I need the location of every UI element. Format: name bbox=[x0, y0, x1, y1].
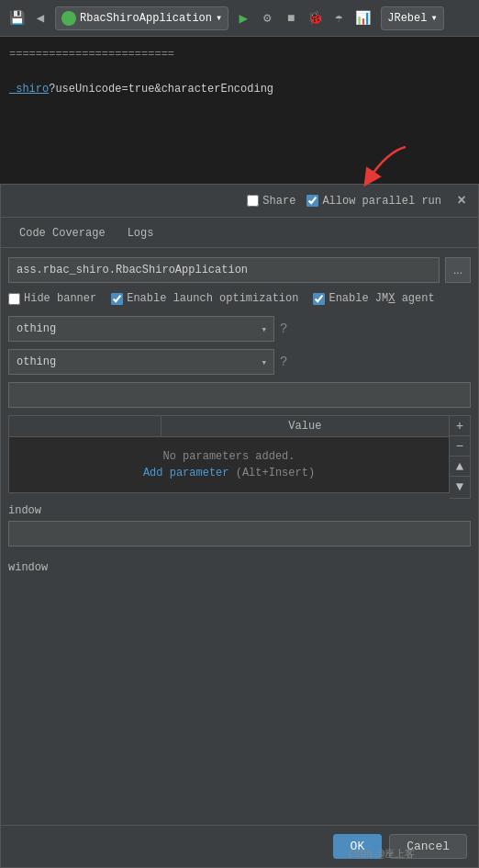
move-up-btn[interactable]: ▲ bbox=[450, 457, 470, 477]
vm-options-input[interactable] bbox=[8, 382, 471, 408]
jrebel-label: JRebel bbox=[387, 12, 427, 25]
toolbar: 💾 ◀ RbacShiroApplication ▾ ▶ ⚙ ■ 🐞 ☂ 📊 J… bbox=[0, 0, 479, 37]
debug-icon[interactable]: 🐞 bbox=[306, 9, 324, 28]
save-icon[interactable]: 💾 bbox=[7, 9, 26, 28]
jrebel-dropdown[interactable]: JRebel ▾ bbox=[381, 6, 443, 30]
enable-launch-checkbox[interactable] bbox=[111, 293, 123, 305]
app-icon bbox=[61, 11, 76, 26]
dropdown1-help-icon[interactable]: ? bbox=[280, 321, 287, 336]
dropdown-arrow-icon: ▾ bbox=[216, 11, 222, 25]
hide-banner-checkbox[interactable] bbox=[8, 293, 20, 305]
no-params-text: No parameters added. bbox=[162, 450, 295, 463]
enable-launch-label: Enable launch optimization bbox=[127, 292, 298, 305]
enable-launch-option: Enable launch optimization bbox=[111, 292, 298, 305]
add-param-link[interactable]: Add parameter (Alt+Insert) bbox=[143, 467, 315, 479]
options-row: Hide banner Enable launch optimization E… bbox=[8, 292, 471, 305]
hide-banner-label: Hide banner bbox=[24, 292, 96, 305]
main-class-row: ... bbox=[8, 257, 471, 283]
stop-btn[interactable]: ■ bbox=[282, 9, 300, 28]
move-down-btn[interactable]: ▼ bbox=[450, 477, 470, 497]
editor-line-2: _shiro?useUnicode=true&characterEncoding bbox=[0, 81, 479, 97]
profile-icon[interactable]: 📊 bbox=[353, 9, 372, 28]
app-dropdown[interactable]: RbacShiroApplication ▾ bbox=[55, 6, 228, 30]
bottom-section-1: indow bbox=[8, 504, 471, 554]
remove-param-btn[interactable]: − bbox=[450, 436, 470, 457]
tab-code-coverage[interactable]: Code Coverage bbox=[8, 221, 117, 247]
share-option: Share bbox=[247, 195, 295, 208]
params-table-outer: Value No parameters added. Add parameter… bbox=[8, 415, 471, 499]
dialog-tabs: Code Coverage Logs bbox=[1, 218, 478, 248]
share-label: Share bbox=[262, 195, 295, 208]
dropdown2-row: othing ? bbox=[8, 349, 471, 375]
enable-jmx-label: Enable JMX agent bbox=[329, 292, 434, 305]
dialog-content: ... Hide banner Enable launch optimizati… bbox=[1, 248, 478, 591]
enable-jmx-option: Enable JMX agent bbox=[313, 292, 434, 305]
coverage-icon[interactable]: ☂ bbox=[329, 9, 348, 28]
dialog-footer: OK Cancel bbox=[1, 825, 478, 867]
hide-banner-option: Hide banner bbox=[8, 292, 96, 305]
jrebel-dropdown-arrow: ▾ bbox=[430, 11, 437, 25]
run-btn[interactable]: ▶ bbox=[234, 9, 252, 28]
table-body: No parameters added. Add parameter (Alt+… bbox=[9, 437, 449, 492]
enable-jmx-checkbox[interactable] bbox=[313, 293, 325, 305]
bottom-label-2: window bbox=[8, 561, 471, 574]
tab-logs[interactable]: Logs bbox=[117, 221, 165, 247]
share-checkbox[interactable] bbox=[247, 195, 259, 207]
dropdown2-help-icon[interactable]: ? bbox=[280, 355, 287, 369]
bottom-label-1: indow bbox=[8, 504, 471, 517]
dropdown1-wrapper: othing bbox=[8, 316, 274, 342]
table-header: Value bbox=[9, 416, 449, 437]
col-value-header: Value bbox=[162, 416, 449, 436]
table-side-buttons: + − ▲ ▼ bbox=[450, 415, 471, 499]
bottom-section-2: window bbox=[8, 561, 471, 574]
editor-line-1: ========================= bbox=[0, 46, 479, 62]
dropdown1-select[interactable]: othing bbox=[8, 316, 274, 342]
dropdown2-select[interactable]: othing bbox=[8, 349, 274, 375]
params-table: Value No parameters added. Add parameter… bbox=[8, 415, 450, 493]
browse-button[interactable]: ... bbox=[445, 257, 471, 283]
main-class-input[interactable] bbox=[8, 257, 440, 283]
dropdown2-wrapper: othing bbox=[8, 349, 274, 375]
build-btn[interactable]: ⚙ bbox=[258, 9, 276, 28]
add-param-btn[interactable]: + bbox=[450, 416, 470, 436]
app-name-label: RbacShiroApplication bbox=[80, 12, 212, 25]
bottom-input-1[interactable] bbox=[8, 521, 471, 547]
watermark: CSDN @座上客 bbox=[348, 847, 415, 861]
dropdown1-row: othing ? bbox=[8, 316, 471, 342]
arrow-annotation bbox=[351, 142, 424, 197]
parallel-checkbox[interactable] bbox=[306, 195, 318, 207]
col-name-header bbox=[9, 416, 162, 436]
back-icon[interactable]: ◀ bbox=[31, 9, 50, 28]
close-button[interactable]: × bbox=[452, 192, 471, 210]
run-config-dialog: Share Allow parallel run × Code Coverage… bbox=[0, 184, 479, 868]
